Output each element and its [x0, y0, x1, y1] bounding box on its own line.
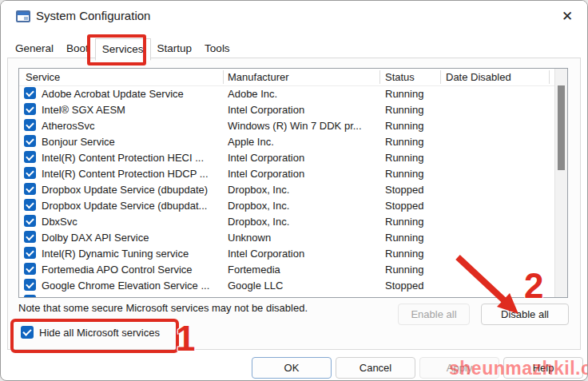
enable-all-button[interactable]: Enable all — [398, 304, 470, 325]
service-row[interactable]: Adobe Acrobat Update Service Adobe Inc. … — [19, 85, 554, 101]
service-name: AtherosSvc — [42, 120, 224, 132]
service-manufacturer: Apple Inc. — [228, 136, 378, 148]
service-name: Intel(R) Content Protection HECI ... — [42, 152, 224, 164]
service-checkbox-checked[interactable] — [24, 247, 36, 259]
close-icon[interactable]: ✕ — [557, 7, 578, 26]
service-checkbox-checked[interactable] — [24, 215, 36, 227]
msconfig-app-icon — [16, 10, 30, 22]
service-row[interactable]: Intel(R) Content Protection HECI ... Int… — [19, 149, 554, 165]
apply-button[interactable]: Apply — [419, 357, 499, 379]
service-row[interactable]: Fortemedia APO Control Service Fortemedi… — [19, 261, 554, 277]
service-manufacturer: Intel Corporation — [228, 152, 378, 164]
service-row[interactable]: Intel(R) Dynamic Tuning service Intel Co… — [19, 245, 554, 261]
service-name: Bonjour Service — [42, 136, 224, 148]
annotation-step-2: 2 — [524, 266, 543, 306]
tab-boot[interactable]: Boot — [60, 38, 95, 58]
service-status: Running — [385, 248, 441, 260]
service-checkbox-checked[interactable] — [24, 279, 36, 291]
service-status: Running — [385, 88, 441, 100]
service-checkbox-checked[interactable] — [24, 231, 36, 243]
list-header: Service Manufacturer Status Date Disable… — [19, 69, 567, 86]
service-name: Dropbox Update Service (dbupdate) — [42, 184, 224, 196]
col-header-service[interactable]: Service — [26, 71, 60, 83]
service-checkbox-checked[interactable] — [24, 295, 36, 297]
disable-all-button[interactable]: Disable all — [481, 304, 569, 325]
help-button[interactable]: Help — [503, 357, 583, 379]
hide-all-label: Hide all Microsoft services — [39, 327, 160, 339]
service-manufacturer: Dropbox, Inc. — [228, 216, 378, 228]
col-header-manufacturer[interactable]: Manufacturer — [228, 71, 289, 83]
service-checkbox-checked[interactable] — [24, 87, 36, 99]
service-status: Running — [385, 264, 441, 276]
vertical-scrollbar[interactable] — [554, 69, 567, 297]
service-name: Intel® SGX AESM — [42, 104, 224, 116]
service-status: Stopped — [385, 280, 441, 292]
annotation-step-1: 1 — [176, 319, 195, 359]
service-checkbox-checked[interactable] — [24, 119, 36, 131]
service-checkbox-checked[interactable] — [24, 263, 36, 275]
column-divider — [223, 70, 224, 84]
service-rows: Adobe Acrobat Update Service Adobe Inc. … — [19, 85, 554, 297]
tab-strip: General Boot Services Startup Tools — [9, 38, 236, 58]
service-checkbox-checked[interactable] — [24, 183, 36, 195]
service-name: DbxSvc — [42, 216, 224, 228]
service-manufacturer: Intel Corporation — [228, 168, 378, 180]
service-status: Stopped — [385, 184, 441, 196]
service-manufacturer: Google LLC — [228, 280, 378, 292]
service-manufacturer: Dropbox, Inc. — [228, 200, 378, 212]
service-name: Adobe Acrobat Update Service — [42, 88, 224, 100]
column-divider — [549, 70, 550, 84]
tab-tools[interactable]: Tools — [198, 38, 236, 58]
service-name: Intel(R) Dynamic Tuning service — [42, 248, 224, 260]
tab-startup[interactable]: Startup — [151, 38, 199, 58]
tab-services[interactable]: Services — [95, 38, 151, 61]
tab-general[interactable]: General — [9, 38, 60, 58]
service-checkbox-checked[interactable] — [24, 167, 36, 179]
service-name: Dolby DAX API Service — [42, 232, 224, 244]
service-name: Google Chrome Elevation Service ... — [42, 280, 224, 292]
service-status: Running — [385, 152, 441, 164]
window-title: System Configuration — [36, 9, 150, 22]
col-header-status[interactable]: Status — [385, 71, 415, 83]
service-checkbox-checked[interactable] — [24, 103, 36, 115]
service-row[interactable]: Dropbox Update Service (dbupdat... Dropb… — [19, 197, 554, 213]
service-row[interactable]: Intel® SGX AESM Intel Corporation Runnin… — [19, 101, 554, 117]
service-status: Running — [385, 120, 441, 132]
service-row-partial[interactable] — [19, 293, 554, 297]
hide-all-checkbox[interactable] — [21, 326, 34, 339]
service-status: Running — [385, 104, 441, 116]
service-name: Fortemedia APO Control Service — [42, 264, 224, 276]
service-row[interactable]: AtherosSvc Windows (R) Win 7 DDK pr... R… — [19, 117, 554, 133]
services-list[interactable]: Service Manufacturer Status Date Disable… — [18, 68, 568, 298]
service-row[interactable]: DbxSvc Dropbox, Inc. Running — [19, 213, 554, 229]
service-status: Running — [385, 168, 441, 180]
service-row[interactable]: Dropbox Update Service (dbupdate) Dropbo… — [19, 181, 554, 197]
service-checkbox-checked[interactable] — [24, 199, 36, 211]
service-status: Running — [385, 216, 441, 228]
service-checkbox-checked[interactable] — [24, 151, 36, 163]
column-divider — [379, 70, 380, 84]
service-row[interactable]: Google Chrome Elevation Service ... Goog… — [19, 277, 554, 293]
cancel-button[interactable]: Cancel — [336, 357, 415, 379]
service-manufacturer: Windows (R) Win 7 DDK pr... — [228, 120, 378, 132]
service-status: Running — [385, 232, 441, 244]
service-row[interactable]: Bonjour Service Apple Inc. Running — [19, 133, 554, 149]
ok-button[interactable]: OK — [252, 357, 332, 379]
service-checkbox-checked[interactable] — [24, 135, 36, 147]
hide-all-microsoft-services[interactable]: Hide all Microsoft services — [21, 326, 160, 339]
service-name: Intel(R) Content Protection HDCP ... — [42, 168, 224, 180]
service-row[interactable]: Dolby DAX API Service Unknown Running — [19, 229, 554, 245]
service-manufacturer: Intel Corporation — [228, 248, 378, 260]
column-divider — [440, 70, 441, 84]
system-configuration-window: System Configuration ✕ General Boot Serv… — [0, 0, 588, 381]
service-row[interactable]: Intel(R) Content Protection HDCP ... Int… — [19, 165, 554, 181]
secure-services-note: Note that some secure Microsoft services… — [18, 302, 308, 314]
service-status: Stopped — [385, 200, 441, 212]
col-header-date-disabled[interactable]: Date Disabled — [446, 71, 511, 83]
service-manufacturer: Dropbox, Inc. — [228, 184, 378, 196]
service-name: Dropbox Update Service (dbupdat... — [42, 200, 224, 212]
service-manufacturer: Fortemedia — [228, 264, 378, 276]
scrollbar-thumb[interactable] — [558, 85, 565, 170]
service-manufacturer: Adobe Inc. — [228, 88, 378, 100]
title-bar: System Configuration ✕ — [1, 1, 587, 33]
